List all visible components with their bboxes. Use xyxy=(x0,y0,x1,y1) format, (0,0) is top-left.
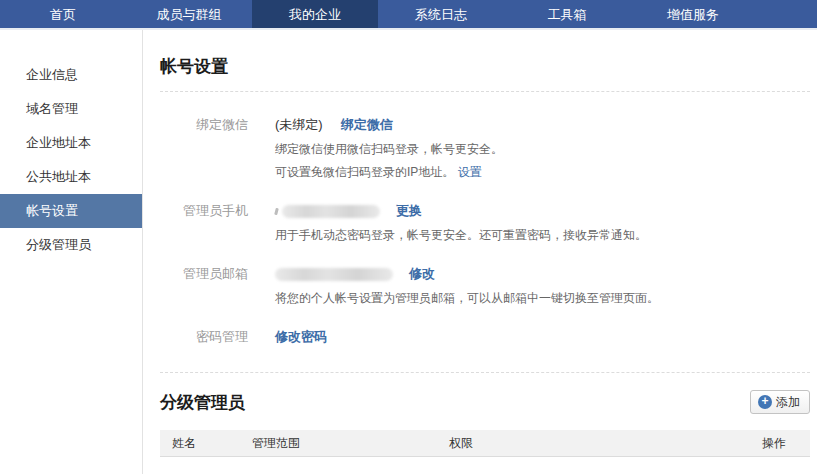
column-header-permissions: 权限 xyxy=(449,435,762,452)
form-row-wechat: 绑定微信 (未绑定) 绑定微信 绑定微信使用微信扫码登录，帐号更安全。 可设置免… xyxy=(160,116,810,184)
change-phone-link[interactable]: 更换 xyxy=(396,202,422,220)
wechat-desc-2: 可设置免微信扫码登录的IP地址。 xyxy=(275,165,454,179)
form-row-admin-phone: 管理员手机 更换 用于手机动态密码登录，帐号更安全。还可重置密码，接收异常通知。 xyxy=(160,202,810,247)
wechat-status: (未绑定) xyxy=(275,116,323,134)
top-navigation: 首页 成员与群组 我的企业 系统日志 工具箱 增值服务 xyxy=(0,0,817,30)
column-header-scope: 管理范围 xyxy=(252,435,449,452)
nav-tab-members-groups[interactable]: 成员与群组 xyxy=(126,0,252,28)
column-header-name: 姓名 xyxy=(172,435,252,452)
sidebar-item-account-settings[interactable]: 帐号设置 xyxy=(0,194,142,228)
wechat-ip-settings-link[interactable]: 设置 xyxy=(458,165,482,179)
password-label: 密码管理 xyxy=(160,328,248,346)
divider xyxy=(160,91,810,92)
add-sub-admin-button[interactable]: + 添加 xyxy=(750,390,810,414)
wechat-label: 绑定微信 xyxy=(160,116,248,184)
masked-value-artifact xyxy=(274,207,279,215)
change-password-link[interactable]: 修改密码 xyxy=(275,328,327,346)
column-header-actions: 操作 xyxy=(762,435,810,452)
page-title: 帐号设置 xyxy=(160,55,810,78)
nav-tab-toolbox[interactable]: 工具箱 xyxy=(504,0,630,28)
sidebar-item-public-contacts[interactable]: 公共地址本 xyxy=(0,160,142,194)
account-settings-form: 绑定微信 (未绑定) 绑定微信 绑定微信使用微信扫码登录，帐号更安全。 可设置免… xyxy=(160,116,810,346)
masked-phone-value xyxy=(282,205,380,218)
main-content: 帐号设置 绑定微信 (未绑定) 绑定微信 绑定微信使用微信扫码登录，帐号更安全。… xyxy=(143,30,817,474)
sidebar-item-enterprise-contacts[interactable]: 企业地址本 xyxy=(0,126,142,160)
add-button-label: 添加 xyxy=(776,394,800,411)
wechat-desc-1: 绑定微信使用微信扫码登录，帐号更安全。 xyxy=(275,138,503,161)
sidebar-item-domain-management[interactable]: 域名管理 xyxy=(0,92,142,126)
form-row-password: 密码管理 修改密码 xyxy=(160,328,810,346)
sub-admin-table-header: 姓名 管理范围 权限 操作 xyxy=(160,430,810,457)
admin-console: 首页 成员与群组 我的企业 系统日志 工具箱 增值服务 企业信息 域名管理 企业… xyxy=(0,0,817,476)
sub-admin-title: 分级管理员 xyxy=(160,391,245,414)
sidebar-item-enterprise-info[interactable]: 企业信息 xyxy=(0,58,142,92)
nav-tab-system-log[interactable]: 系统日志 xyxy=(378,0,504,28)
sidebar: 企业信息 域名管理 企业地址本 公共地址本 帐号设置 分级管理员 xyxy=(0,30,143,474)
masked-email-value xyxy=(275,268,393,281)
admin-phone-desc: 用于手机动态密码登录，帐号更安全。还可重置密码，接收异常通知。 xyxy=(275,224,647,247)
nav-tab-value-added-services[interactable]: 增值服务 xyxy=(630,0,756,28)
divider xyxy=(160,372,810,373)
sidebar-item-sub-admins[interactable]: 分级管理员 xyxy=(0,228,142,262)
admin-email-label: 管理员邮箱 xyxy=(160,265,248,310)
nav-tab-home[interactable]: 首页 xyxy=(0,0,126,28)
bind-wechat-link[interactable]: 绑定微信 xyxy=(341,116,393,134)
plus-circle-icon: + xyxy=(758,395,772,409)
admin-email-desc: 将您的个人帐号设置为管理员邮箱，可以从邮箱中一键切换至管理页面。 xyxy=(275,287,659,310)
form-row-admin-email: 管理员邮箱 修改 将您的个人帐号设置为管理员邮箱，可以从邮箱中一键切换至管理页面… xyxy=(160,265,810,310)
change-email-link[interactable]: 修改 xyxy=(409,265,435,283)
admin-phone-label: 管理员手机 xyxy=(160,202,248,247)
nav-tab-my-enterprise[interactable]: 我的企业 xyxy=(252,0,378,28)
